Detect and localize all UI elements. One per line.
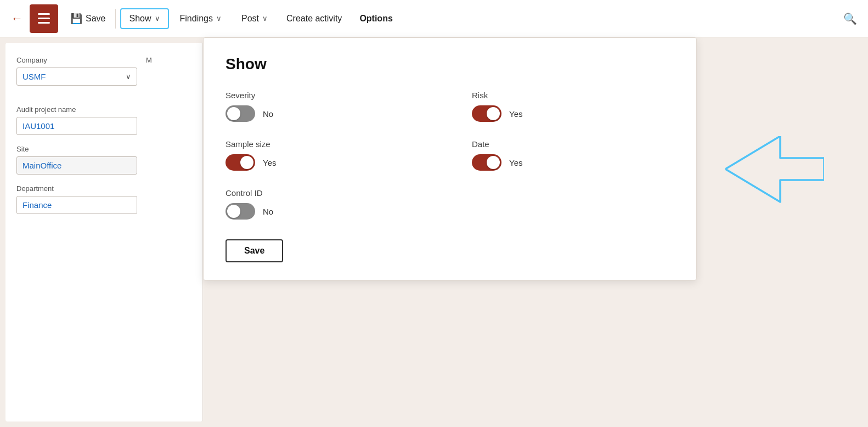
audit-project-group: Audit project name IAU1001	[16, 105, 191, 135]
create-activity-button[interactable]: Create activity	[279, 9, 350, 28]
risk-toggle-row: Yes	[472, 105, 674, 122]
findings-label: Findings	[180, 14, 213, 24]
m-label: M	[146, 56, 152, 64]
date-toggle-item: Date Yes	[472, 139, 674, 171]
company-value: USMF	[22, 72, 46, 81]
department-group: Department Finance	[16, 184, 191, 214]
toggle-grid: Severity No Risk	[226, 91, 674, 220]
sample-size-label: Sample size	[226, 139, 428, 149]
show-chevron-icon: ∨	[155, 14, 160, 23]
risk-toggle-item: Risk Yes	[472, 91, 674, 122]
control-id-toggle[interactable]	[226, 203, 255, 220]
risk-track	[472, 105, 501, 122]
department-value[interactable]: Finance	[16, 196, 137, 214]
svg-marker-0	[725, 136, 824, 202]
dropdown-save-button[interactable]: Save	[226, 239, 283, 262]
risk-toggle[interactable]	[472, 105, 501, 122]
audit-project-value[interactable]: IAU1001	[16, 117, 137, 135]
post-button[interactable]: Post ∨	[233, 8, 277, 29]
menu-line-3	[38, 22, 50, 24]
menu-line-2	[38, 18, 50, 19]
site-group: Site MainOffice	[16, 145, 191, 175]
site-label: Site	[16, 145, 191, 153]
show-label: Show	[129, 14, 151, 24]
audit-project-label: Audit project name	[16, 105, 191, 114]
severity-thumb	[227, 107, 240, 120]
search-button[interactable]: 🔍	[839, 8, 861, 30]
company-row: Company USMF ∨ M	[16, 56, 191, 95]
risk-value: Yes	[509, 109, 522, 119]
date-toggle[interactable]	[472, 154, 501, 171]
control-id-thumb	[227, 205, 240, 218]
control-id-toggle-item: Control ID No	[226, 188, 428, 220]
date-label: Date	[472, 139, 674, 149]
show-button[interactable]: Show ∨	[120, 8, 168, 29]
site-value[interactable]: MainOffice	[16, 156, 137, 175]
control-id-label: Control ID	[226, 188, 428, 198]
arrow-annotation	[725, 136, 824, 224]
options-label: Options	[359, 14, 392, 23]
left-panel: Company USMF ∨ M Audit project name IAU1…	[5, 43, 203, 422]
search-icon: 🔍	[843, 13, 857, 25]
findings-chevron-icon: ∨	[216, 14, 222, 23]
control-id-value: No	[263, 207, 273, 216]
date-value: Yes	[509, 158, 522, 167]
risk-label: Risk	[472, 91, 674, 100]
date-thumb	[487, 156, 500, 169]
post-chevron-icon: ∨	[262, 14, 268, 23]
control-id-toggle-row: No	[226, 203, 428, 220]
save-button[interactable]: 💾 Save	[65, 8, 111, 29]
back-button[interactable]: ←	[7, 7, 27, 30]
save-label: Save	[86, 14, 105, 24]
control-id-track	[226, 203, 255, 220]
severity-value: No	[263, 109, 273, 119]
sample-size-track	[226, 154, 255, 171]
save-icon: 💾	[70, 13, 82, 25]
show-dropdown-panel: Show Severity No Risk	[203, 37, 697, 280]
severity-toggle-row: No	[226, 105, 428, 122]
severity-toggle[interactable]	[226, 105, 255, 122]
sample-size-toggle-item: Sample size Yes	[226, 139, 428, 171]
show-panel-title: Show	[226, 55, 674, 73]
sample-size-toggle[interactable]	[226, 154, 255, 171]
severity-track	[226, 105, 255, 122]
post-label: Post	[241, 14, 259, 24]
back-icon: ←	[11, 12, 23, 26]
sample-size-thumb	[240, 156, 253, 169]
dropdown-save-label: Save	[244, 246, 264, 255]
sample-size-toggle-row: Yes	[226, 154, 428, 171]
main-content: Company USMF ∨ M Audit project name IAU1…	[0, 37, 868, 427]
risk-thumb	[487, 107, 500, 120]
sample-size-value: Yes	[263, 158, 276, 167]
date-toggle-row: Yes	[472, 154, 674, 171]
date-track	[472, 154, 501, 171]
create-activity-label: Create activity	[286, 14, 342, 23]
findings-button[interactable]: Findings ∨	[171, 8, 230, 29]
options-button[interactable]: Options	[352, 9, 400, 28]
company-label: Company	[16, 56, 137, 64]
company-select[interactable]: USMF ∨	[16, 68, 137, 86]
company-chevron-icon: ∨	[126, 72, 131, 81]
menu-line-1	[38, 13, 50, 15]
m-group: M	[146, 56, 152, 68]
severity-label: Severity	[226, 91, 428, 100]
toolbar: ← 💾 Save Show ∨ Findings ∨ Post ∨ Create…	[0, 0, 868, 37]
divider-1	[115, 9, 116, 29]
department-label: Department	[16, 184, 191, 193]
severity-toggle-item: Severity No	[226, 91, 428, 122]
company-group: Company USMF ∨	[16, 56, 137, 86]
menu-button[interactable]	[30, 4, 58, 33]
